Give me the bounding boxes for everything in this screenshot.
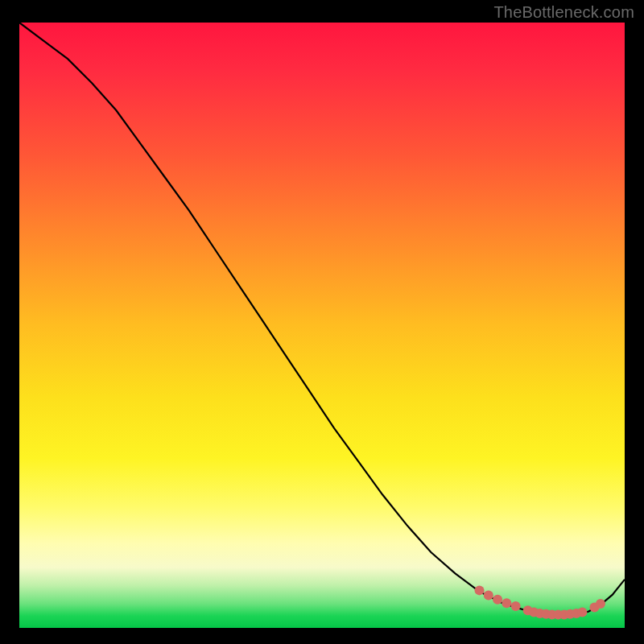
bottleneck-curve [19, 23, 625, 614]
highlight-dot [596, 599, 605, 609]
highlight-dot [502, 598, 511, 608]
chart-svg [19, 23, 625, 628]
highlight-dot [511, 601, 521, 611]
highlight-dot [484, 590, 493, 600]
attribution-text: TheBottleneck.com [493, 3, 634, 22]
highlight-dots-group [475, 585, 605, 619]
highlight-dot [577, 607, 587, 617]
chart-area [19, 23, 625, 628]
highlight-dot [475, 585, 485, 595]
highlight-dot [493, 595, 502, 605]
